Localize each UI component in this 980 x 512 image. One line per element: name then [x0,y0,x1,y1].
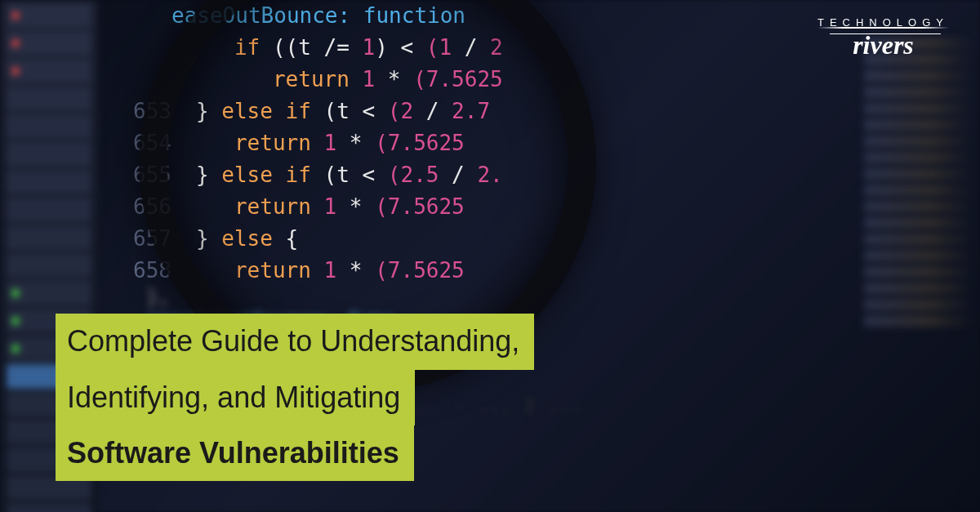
logo-bottom-text: rivers [817,30,949,60]
title-line-2: Identifying, and Mitigating [56,370,415,425]
code-header: easeOutBounce: function [172,3,466,28]
hero-title: Complete Guide to Understanding, Identif… [56,314,534,481]
right-panel-blur [858,33,980,512]
title-line-3: Software Vulnerabilities [56,425,414,481]
title-line-1: Complete Guide to Understanding, [56,314,534,369]
brand-logo: TECHNOLOGY rivers [817,16,949,60]
code-magnified: easeOutBounce: function if ((t /= 1) < (… [122,0,629,310]
